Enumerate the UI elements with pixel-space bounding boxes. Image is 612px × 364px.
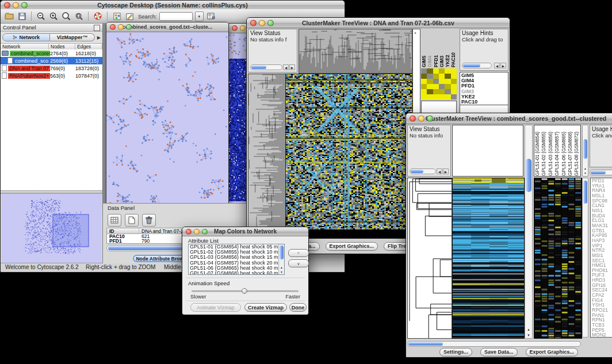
matrix-cell[interactable] [427,79,433,84]
search-input[interactable] [159,12,193,21]
help-button[interactable] [93,11,103,21]
array-column-label[interactable]: GPL51-04 (GSM857) [554,127,560,176]
main-titlebar[interactable]: Cytoscape Desktop (Session Name: collins… [1,1,345,10]
tv1-heatmap[interactable] [285,74,413,231]
close-button[interactable] [110,24,116,30]
tv2-gene-vscrollbar[interactable] [582,178,588,338]
matrix-cell[interactable] [451,84,457,89]
scroll-left-icon[interactable]: ◀ [437,168,442,174]
scroll-up-icon[interactable]: ▲ [584,167,587,170]
scrollbar-thumb[interactable] [591,171,606,174]
tv2-hscrollbar[interactable] [407,341,581,347]
open-session-button[interactable] [4,11,14,21]
scroll-down-icon[interactable]: ▼ [527,334,530,337]
move-up-button[interactable]: ^ [288,249,309,257]
scroll-left-icon[interactable]: ◀ [283,64,289,70]
array-column-label[interactable]: GPL51-06 (GSM865) [561,127,567,176]
animation-speed-slider[interactable] [192,288,299,294]
zoom-out-button[interactable] [36,11,46,21]
tabs-overflow-arrow[interactable]: ▶ [97,35,101,40]
array-column-label[interactable]: GPL51-03 (GSM856) [548,127,554,176]
save-session-button[interactable] [17,11,27,21]
scrollbar-thumb[interactable] [280,246,284,259]
minimize-button[interactable] [194,229,200,235]
scroll-right-icon[interactable]: ▶ [289,64,295,70]
matrix-cell[interactable] [421,79,427,84]
similarity-matrix[interactable] [421,68,457,99]
attribute-listbox[interactable]: GPL51-01 (GSM854) heat shock 05 minGPL51… [188,244,285,275]
matrix-cell[interactable] [427,94,433,99]
matrix-cell[interactable] [439,84,445,89]
scroll-up-icon[interactable]: ▲ [280,266,283,269]
matrix-cell[interactable] [439,79,445,84]
gene-label[interactable]: MON2 [592,332,612,338]
matrix-cell[interactable] [427,68,433,74]
animate-vizmap-button[interactable]: Animate Vizmap [190,303,241,312]
done-button[interactable]: Done [289,303,307,312]
scrollbar-thumb[interactable] [411,170,423,173]
close-button[interactable] [4,2,10,8]
minimize-button[interactable] [418,116,424,122]
minimize-button[interactable] [118,24,124,30]
network-graph-canvas[interactable] [106,32,227,209]
matrix-cell[interactable] [421,84,427,89]
tv1-titlebar[interactable]: ClusterMaker TreeView : DNA and Tran 07-… [247,18,510,28]
matrix-cell[interactable] [421,94,427,99]
matrix-column-label[interactable]: PFD1 [433,30,439,67]
matrix-cell[interactable] [451,74,457,79]
zoom-in-button[interactable] [48,11,59,21]
matrix-column-label[interactable]: GIM4 [427,30,433,67]
matrix-cell[interactable] [433,94,439,99]
matrix-column-label[interactable]: PAC10 [450,30,456,67]
usage-scrollbar[interactable] [590,170,612,175]
tab-vizmapper[interactable]: VizMapper™ [50,33,94,41]
matrix-cell[interactable] [433,84,439,89]
tv2-main-heatmap[interactable] [452,178,525,339]
search-dropdown-button[interactable]: ▾ [195,12,204,21]
matrix-cell[interactable] [445,84,450,89]
scroll-left-icon[interactable]: ◀ [494,63,500,68]
float-panel-icon[interactable] [94,25,100,31]
node-attribute-browser-tab[interactable]: Node Attribute Brows [133,255,189,262]
tv2-titlebar[interactable]: ClusterMaker TreeView : combined_scores_… [406,113,612,124]
tv1-action-button[interactable]: Export Graphics... [326,242,378,251]
minimize-button[interactable] [240,25,246,31]
slider-thumb[interactable] [242,288,247,294]
attribute-item[interactable]: GPL51-07 (GSM868) heat shock 60 min [189,271,284,275]
tv2-row-dendrogram[interactable] [407,178,452,339]
zoom-button[interactable] [427,116,433,122]
matrix-cell[interactable] [433,89,439,94]
zoom-button[interactable] [126,24,132,30]
close-button[interactable] [410,116,416,122]
scroll-down-icon[interactable]: ▼ [280,270,283,274]
zoom-button[interactable] [202,229,208,235]
import-table-button[interactable] [206,11,216,21]
matrix-row-label[interactable]: PAC10 [461,99,507,105]
view-status-scrollbar[interactable] [250,64,282,70]
scroll-up-icon[interactable]: ▲ [527,328,530,331]
matrix-cell[interactable] [421,74,427,79]
scrollbar-thumb[interactable] [583,181,587,204]
scroll-right-icon[interactable]: ▶ [443,168,449,174]
zoom-button[interactable] [21,2,28,8]
matrix-cell[interactable] [427,84,433,89]
select-attributes-button[interactable] [108,214,121,227]
scrollbar-thumb[interactable] [251,66,266,69]
tv1-row-dendrogram[interactable] [248,74,286,231]
matrix-cell[interactable] [451,89,457,94]
matrix-cell[interactable] [439,94,445,99]
strip-arrow-icon[interactable]: ▸ [415,30,416,35]
dialog-titlebar[interactable]: Map Colors to Network [182,227,308,236]
network-row[interactable]: DNA and Tran 07 769(0) 183728(0) [1,64,102,72]
matrix-cell[interactable] [427,89,433,94]
array-column-label[interactable]: GPL51-01 (GSM854) [534,127,541,176]
matrix-column-label[interactable]: GIM5 [421,30,427,67]
vizmapper-shortcut-button[interactable] [112,11,122,21]
matrix-cell[interactable] [439,89,445,94]
scrollbar-thumb[interactable] [408,342,443,346]
close-button[interactable] [186,229,192,235]
matrix-cell[interactable] [421,89,427,94]
scrollbar-thumb[interactable] [526,159,531,192]
create-vizmap-button[interactable]: Create Vizmap [244,303,287,312]
matrix-cell[interactable] [445,79,450,84]
